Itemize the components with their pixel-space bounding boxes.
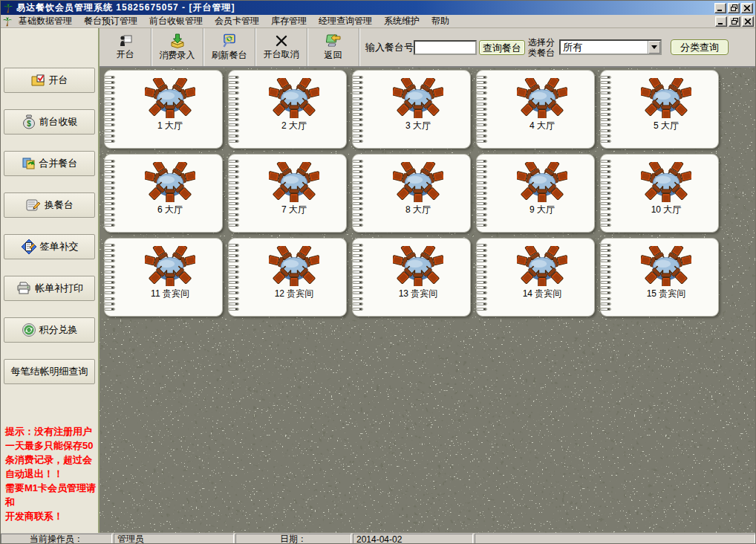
sidebar-reprint-bill-label: 帐单补打印 (35, 282, 83, 295)
refresh-tables-icon (221, 33, 238, 48)
sidebar-sign-pay-button[interactable]: 签单补交 (4, 234, 95, 259)
sidebar-reprint-bill-button[interactable]: 帐单补打印 (4, 276, 95, 301)
menu-item-system-maintenance[interactable]: 系统维护 (378, 14, 426, 28)
table-card-label: 15 贵宾间 (647, 288, 686, 300)
points-exchange-icon (22, 323, 36, 337)
toolbar-cancel-open-button[interactable]: 开台取消 (255, 28, 307, 66)
sidebar-open-table-label: 开台 (49, 74, 68, 87)
menu-item-base-data[interactable]: 基础数据管理 (13, 14, 78, 28)
status-spacer (475, 534, 755, 544)
open-table-icon (118, 34, 133, 48)
round-table-icon (641, 246, 691, 286)
menu-item-inventory[interactable]: 库存管理 (265, 14, 313, 28)
table-card[interactable]: 12 贵宾间 (228, 238, 347, 317)
close-button[interactable] (741, 3, 753, 13)
chevron-down-icon[interactable] (648, 41, 660, 54)
back-icon (325, 33, 342, 48)
table-card[interactable]: 7 大厅 (228, 154, 347, 233)
operator-label: 当前操作员： (1, 534, 112, 544)
toolbar-back-button[interactable]: 返回 (307, 28, 359, 66)
mdi-restore-button[interactable] (729, 16, 740, 27)
date-label: 日期： (235, 534, 351, 544)
table-card[interactable]: 10 大厅 (600, 154, 719, 233)
sidebar-sign-pay-label: 签单补交 (40, 240, 79, 253)
table-card[interactable]: 1 大厅 (104, 70, 223, 149)
table-card-label: 9 大厅 (529, 204, 555, 216)
category-select[interactable]: 所有 (559, 39, 662, 55)
sidebar-change-table-button[interactable]: 换餐台 (4, 192, 95, 218)
table-card[interactable]: 9 大厅 (476, 154, 595, 233)
date-value: 2014-04-02 (353, 534, 473, 544)
folder-check-icon (31, 74, 46, 87)
toolbar-refresh-tables-button[interactable]: 刷新餐台 (203, 28, 255, 66)
app-window: 易达餐饮会员管理系统 15825675057 - [开台管理] (0, 0, 756, 544)
round-table-icon (145, 246, 195, 286)
category-query-button[interactable]: 分类查询 (671, 39, 729, 55)
sidebar-settlement-detail-button[interactable]: 每笔结帐明细查询 (4, 359, 95, 384)
table-card[interactable]: 8 大厅 (352, 154, 471, 233)
spiral-binding-icon (600, 244, 611, 311)
table-card-label: 1 大厅 (157, 120, 183, 132)
toolbar-open-table-label: 开台 (117, 48, 134, 61)
table-card-label: 6 大厅 (157, 204, 183, 216)
spiral-binding-icon (352, 160, 363, 227)
minimize-button[interactable] (714, 3, 726, 13)
toolbar-consume-entry-button[interactable]: 消费录入 (151, 28, 203, 66)
sidebar-points-exchange-button[interactable]: 积分兑换 (4, 317, 95, 343)
mdi-child-palm-icon (2, 16, 13, 27)
mdi-close-button[interactable] (742, 16, 754, 27)
table-card[interactable]: 14 贵宾间 (476, 238, 595, 317)
sidebar-settlement-detail-label: 每笔结帐明细查询 (11, 365, 88, 378)
sidebar-merge-tables-label: 合并餐台 (39, 157, 78, 170)
round-table-icon (641, 162, 691, 202)
money-bag-icon: $ (22, 114, 36, 129)
table-card-label: 12 贵宾间 (275, 288, 314, 300)
spiral-binding-icon (104, 160, 115, 227)
table-card[interactable]: 4 大厅 (476, 70, 595, 149)
table-number-input[interactable] (414, 40, 477, 55)
round-table-icon (393, 78, 443, 118)
menu-item-help[interactable]: 帮助 (426, 14, 455, 28)
spiral-binding-icon (476, 76, 487, 143)
sign-document-icon (21, 239, 37, 255)
round-table-icon (517, 162, 567, 202)
table-card[interactable]: 6 大厅 (104, 154, 223, 233)
menu-item-front-cashier[interactable]: 前台收银管理 (143, 14, 209, 28)
table-card[interactable]: 15 贵宾间 (600, 238, 719, 317)
spiral-binding-icon (476, 244, 487, 311)
scroll-pencil-icon (25, 198, 42, 213)
table-card[interactable]: 3 大厅 (352, 70, 471, 149)
menu-item-member-card[interactable]: 会员卡管理 (209, 14, 265, 28)
table-card[interactable]: 2 大厅 (228, 70, 347, 149)
sidebar-merge-tables-button[interactable]: 合并餐台 (4, 151, 95, 176)
table-card-label: 13 贵宾间 (399, 288, 438, 300)
table-card-label: 14 贵宾间 (523, 288, 562, 300)
toolbar-open-table-button[interactable]: 开台 (100, 28, 151, 66)
window-title: 易达餐饮会员管理系统 15825675057 - [开台管理] (16, 1, 235, 14)
mdi-restore-icon (731, 18, 738, 25)
menu-item-manager-query[interactable]: 经理查询管理 (313, 14, 378, 28)
sidebar-front-cashier-label: 前台收银 (39, 115, 78, 129)
table-card[interactable]: 13 贵宾间 (352, 238, 471, 317)
restore-button[interactable] (728, 3, 740, 13)
table-card[interactable]: 11 贵宾间 (104, 238, 223, 317)
mdi-minimize-button[interactable] (715, 16, 727, 27)
round-table-icon (145, 162, 195, 202)
table-area: 1 大厅 2 大厅 (100, 68, 755, 533)
spiral-binding-icon (228, 76, 239, 143)
close-icon (744, 5, 750, 11)
operator-value: 管理员 (114, 534, 234, 544)
sidebar-points-exchange-label: 积分兑换 (39, 323, 78, 337)
category-select-value: 所有 (561, 41, 648, 54)
consume-entry-icon (169, 33, 186, 48)
title-bar: 易达餐饮会员管理系统 15825675057 - [开台管理] (1, 1, 755, 15)
menu-item-reservation[interactable]: 餐台预订管理 (78, 14, 143, 28)
minimize-icon (717, 5, 723, 11)
table-card[interactable]: 5 大厅 (600, 70, 719, 149)
status-bar: 当前操作员： 管理员 日期： 2014-04-02 (1, 533, 755, 544)
table-card-label: 3 大厅 (405, 120, 431, 132)
sidebar-front-cashier-button[interactable]: $ 前台收银 (4, 109, 95, 135)
query-table-button[interactable]: 查询餐台 (479, 40, 525, 55)
spiral-binding-icon (228, 160, 239, 227)
sidebar-open-table-button[interactable]: 开台 (4, 68, 95, 93)
